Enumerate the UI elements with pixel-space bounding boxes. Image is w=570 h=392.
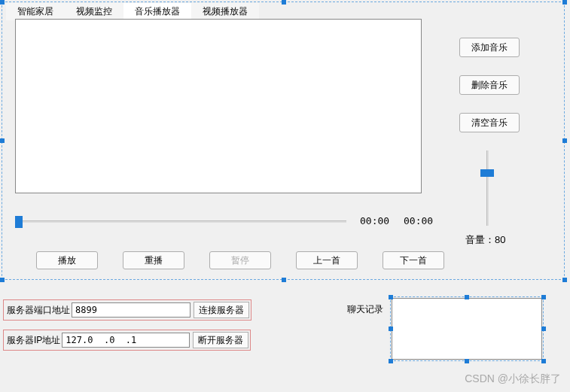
prev-button[interactable]: 上一首 <box>296 251 358 269</box>
volume-label-text: 音量： <box>465 234 495 245</box>
server-ip-label: 服务器IP地址 <box>5 334 62 347</box>
clear-music-button[interactable]: 清空音乐 <box>459 113 520 132</box>
slider-track <box>486 150 489 226</box>
remove-music-button[interactable]: 删除音乐 <box>459 75 520 95</box>
music-list-panel[interactable] <box>15 19 422 193</box>
server-port-input[interactable] <box>72 302 191 318</box>
selection-handle <box>562 138 567 143</box>
selection-handle <box>0 138 5 143</box>
pause-button[interactable]: 暂停 <box>209 251 271 269</box>
progress-slider[interactable] <box>15 214 346 229</box>
tab-video-player[interactable]: 视频播放器 <box>191 3 259 20</box>
chat-log-label: 聊天记录 <box>347 303 383 316</box>
connect-server-button[interactable]: 连接服务器 <box>194 302 249 318</box>
slider-thumb[interactable] <box>480 169 494 177</box>
time-current-label: 00:00 <box>360 215 389 226</box>
tab-video-monitor[interactable]: 视频监控 <box>65 3 123 20</box>
slider-track <box>15 220 346 223</box>
server-port-label: 服务器端口地址 <box>5 304 72 317</box>
slider-thumb[interactable] <box>15 216 23 228</box>
next-button[interactable]: 下一首 <box>383 251 444 269</box>
tab-label: 视频监控 <box>76 6 112 17</box>
volume-slider[interactable] <box>480 150 495 226</box>
server-ip-input[interactable] <box>62 333 190 348</box>
selection-handle <box>562 0 567 5</box>
watermark: CSDN @小徐长胖了 <box>465 372 561 386</box>
volume-label: 音量：80 <box>465 233 505 247</box>
time-total-label: 00:00 <box>404 215 433 226</box>
tab-smart-home[interactable]: 智能家居 <box>6 3 65 20</box>
selection-handle <box>282 278 286 282</box>
volume-value: 80 <box>495 234 505 245</box>
selection-handle <box>562 278 567 282</box>
play-button[interactable]: 播放 <box>36 251 98 269</box>
tab-label: 音乐播放器 <box>135 6 180 17</box>
selection-handle <box>282 0 286 5</box>
tab-label: 视频播放器 <box>203 6 248 17</box>
tab-music-player[interactable]: 音乐播放器 <box>123 3 191 20</box>
disconnect-server-button[interactable]: 断开服务器 <box>193 332 248 348</box>
add-music-button[interactable]: 添加音乐 <box>459 38 520 57</box>
selection-handle <box>0 0 5 5</box>
selection-handle <box>0 278 5 282</box>
chat-log-panel[interactable] <box>392 298 542 360</box>
tab-label: 智能家居 <box>17 6 53 17</box>
server-port-row: 服务器端口地址 连接服务器 <box>3 299 251 321</box>
server-ip-row: 服务器IP地址 断开服务器 <box>3 330 251 351</box>
replay-button[interactable]: 重播 <box>123 251 184 269</box>
tab-bar: 智能家居 视频监控 音乐播放器 视频播放器 <box>6 3 259 20</box>
